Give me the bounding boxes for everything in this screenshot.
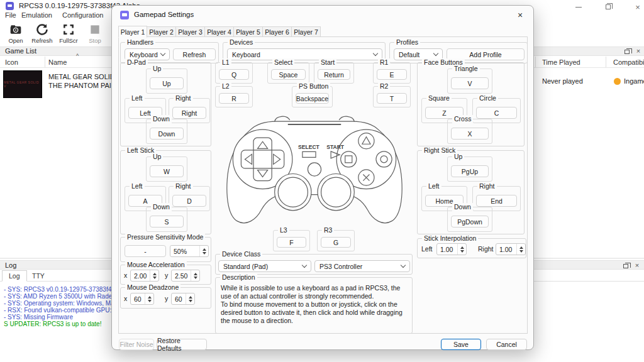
minimize-button[interactable] [569, 3, 588, 11]
start-label: START [326, 144, 345, 150]
ls-down-button[interactable]: S [150, 216, 184, 228]
tab-player-7[interactable]: Player 7 [292, 26, 321, 37]
l3-group: L3 F [273, 230, 310, 251]
l2-button[interactable]: R [219, 93, 249, 104]
chevron-down-icon [373, 51, 378, 56]
refresh-handlers-button[interactable]: Refresh [173, 48, 216, 60]
triangle-group: Triangle V [447, 69, 492, 94]
mouse-accel-x-spinbox[interactable]: 2.00 [130, 270, 159, 282]
ps-button-group: PS Button Backspace [292, 86, 333, 107]
pressure-deadzone-spinbox[interactable]: 50% [170, 245, 209, 257]
refresh-button[interactable]: Refresh [29, 22, 55, 46]
tab-tty[interactable]: TTY [26, 270, 51, 282]
spin-arrows[interactable] [457, 244, 466, 255]
r1-group: R1 E [373, 62, 411, 84]
compatibility-status-icon [614, 78, 621, 85]
chevron-down-icon [433, 51, 438, 56]
pressure-mode-button[interactable]: - [125, 245, 166, 257]
menu-emulation[interactable]: Emulation [21, 11, 52, 19]
log-line: - SYS: Missing Firmware [4, 314, 73, 321]
restore-defaults-button[interactable]: Restore Defaults [157, 339, 207, 350]
r2-button[interactable]: T [377, 93, 407, 104]
y-label: y [165, 295, 168, 302]
ls-up-button[interactable]: W [150, 165, 184, 177]
ls-right-button[interactable]: D [172, 195, 206, 207]
dialog-title: Gamepad Settings [134, 11, 194, 18]
rs-up-button[interactable]: PgUp [451, 165, 489, 177]
dialog-close-button[interactable]: × [514, 10, 526, 20]
column-name[interactable]: Name [48, 58, 67, 66]
rpcs3-app-icon [6, 2, 14, 10]
l1-button[interactable]: Q [219, 69, 249, 80]
tab-log[interactable]: Log [2, 270, 27, 282]
r1-button[interactable]: E [377, 69, 407, 80]
filter-noise-button[interactable]: Filter Noise [119, 339, 154, 350]
tab-player-2[interactable]: Player 2 [147, 26, 176, 37]
mouse-deadzone-x-spinbox[interactable]: 60 [130, 293, 154, 305]
cancel-button[interactable]: Cancel [486, 339, 527, 350]
spin-up-icon [519, 246, 523, 249]
restore-icon [606, 4, 611, 9]
start-button[interactable]: Return [318, 69, 350, 80]
spin-arrows[interactable] [191, 270, 199, 281]
dpad-up-group: Up Up [146, 69, 187, 94]
restore-button[interactable] [599, 3, 618, 11]
save-button[interactable]: Save [441, 339, 481, 350]
tab-player-6[interactable]: Player 6 [263, 26, 292, 37]
device-select[interactable]: Keyboard [227, 48, 382, 60]
spin-arrows[interactable] [199, 246, 208, 256]
spin-up-icon [148, 296, 152, 299]
refresh-icon [36, 23, 48, 36]
circle-button[interactable]: C [476, 107, 517, 119]
spin-arrows[interactable] [150, 270, 158, 281]
column-compatibility[interactable]: Compatibility [613, 58, 644, 66]
r3-button[interactable]: G [321, 237, 351, 248]
open-button[interactable]: Open [3, 22, 29, 46]
mouse-deadzone-y-spinbox[interactable]: 60 [171, 293, 195, 305]
x-label: x [124, 295, 127, 302]
game-list-close-button[interactable]: × [634, 47, 643, 55]
close-window-button[interactable]: × [628, 3, 644, 11]
close-icon: × [635, 261, 639, 269]
tab-player-4[interactable]: Player 4 [205, 26, 234, 37]
chevron-down-icon [160, 51, 165, 56]
fullscreen-button[interactable]: FullScr [55, 22, 82, 46]
dpad-down-button[interactable]: Down [150, 128, 184, 140]
column-icon[interactable]: Icon [5, 58, 18, 66]
tab-player-1[interactable]: Player 1 [118, 26, 147, 38]
game-list-float-button[interactable] [623, 48, 631, 55]
l3-button[interactable]: F [277, 237, 306, 248]
stop-button[interactable]: Stop [82, 22, 108, 46]
spin-arrows[interactable] [145, 293, 153, 304]
menu-configuration[interactable]: Configuration [62, 11, 103, 19]
column-time-played[interactable]: Time Played [542, 58, 580, 66]
cross-button[interactable]: X [451, 128, 489, 140]
device-class-select[interactable]: Standard (Pad) [218, 260, 311, 272]
sort-ascending-icon: ^ [76, 53, 79, 59]
r3-group: R3 G [317, 230, 355, 251]
game-name-line2[interactable]: THE PHANTOM PAIN [48, 82, 116, 89]
dpad-up-button[interactable]: Up [150, 77, 184, 89]
tab-player-5[interactable]: Player 5 [234, 26, 263, 37]
game-thumbnail[interactable]: METAL GEAR SOLID V [3, 70, 42, 98]
controller-type-select[interactable]: PS3 Controller [314, 260, 410, 272]
rs-right-button[interactable]: End [476, 195, 517, 207]
interp-right-spinbox[interactable]: 1.00 [496, 243, 526, 255]
mouse-accel-y-spinbox[interactable]: 2.50 [171, 270, 200, 282]
menu-file[interactable]: File [5, 11, 16, 19]
tab-player-3[interactable]: Player 3 [176, 26, 205, 37]
spin-down-icon [460, 250, 464, 253]
dpad-right-button[interactable]: Right [172, 107, 206, 119]
spin-arrows[interactable] [516, 244, 525, 255]
time-played-value: Never played [542, 77, 583, 85]
select-button[interactable]: Space [271, 69, 306, 80]
ps-button[interactable]: Backspace [296, 93, 329, 104]
spin-arrows[interactable] [186, 293, 194, 304]
l2-group: L2 R [215, 86, 253, 107]
log-close-button[interactable]: × [633, 261, 641, 269]
triangle-button[interactable]: V [451, 77, 489, 89]
rs-down-button[interactable]: PgDown [451, 216, 489, 228]
log-float-button[interactable] [621, 262, 630, 270]
ls-up-group: Up W [146, 156, 187, 182]
interp-left-spinbox[interactable]: 1.00 [436, 243, 467, 255]
